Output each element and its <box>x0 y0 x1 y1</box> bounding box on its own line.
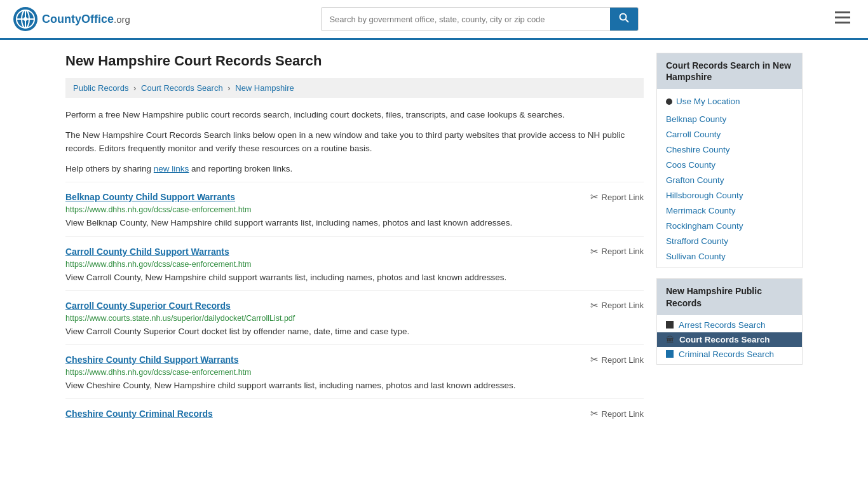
record-item: Carroll County Child Support Warrants ✂ … <box>65 236 644 290</box>
sidebar-county-strafford[interactable]: Strafford County <box>657 233 802 248</box>
report-icon: ✂ <box>590 408 599 419</box>
record-url[interactable]: https://www.dhhs.nh.gov/dcss/case-enforc… <box>65 260 644 269</box>
content-area: New Hampshire Court Records Search Publi… <box>65 53 644 428</box>
sidebar-criminal-records[interactable]: Criminal Records Search <box>657 347 802 362</box>
public-records-sidebar-box: New Hampshire Public Records Arrest Reco… <box>656 278 803 364</box>
report-icon: ✂ <box>590 354 599 365</box>
record-title-link[interactable]: Belknap County Child Support Warrants <box>65 192 235 202</box>
record-url[interactable]: https://www.dhhs.nh.gov/dcss/case-enforc… <box>65 368 644 377</box>
intro-paragraph-3: Help others by sharing new links and rep… <box>65 162 644 176</box>
record-title-link[interactable]: Cheshire County Criminal Records <box>65 409 213 419</box>
breadcrumb-public-records[interactable]: Public Records <box>73 83 128 93</box>
records-list: Belknap County Child Support Warrants ✂ … <box>65 182 644 428</box>
breadcrumb: Public Records › Court Records Search › … <box>65 78 644 98</box>
report-icon: ✂ <box>590 300 599 311</box>
sidebar-county-cheshire[interactable]: Cheshire County <box>657 142 802 157</box>
search-icon <box>619 13 629 23</box>
record-title-link[interactable]: Carroll County Superior Court Records <box>65 301 231 311</box>
record-desc: View Carroll County, New Hampshire child… <box>65 271 644 284</box>
sidebar-county-belknap[interactable]: Belknap County <box>657 111 802 126</box>
sidebar-arrest-records[interactable]: Arrest Records Search <box>657 318 802 332</box>
record-desc: View Carroll County Superior Court docke… <box>65 325 644 338</box>
sidebar-county-hillsborough[interactable]: Hillsborough County <box>657 187 802 203</box>
report-link[interactable]: ✂ Report Link <box>590 191 644 203</box>
logo-text: CountyOffice.org <box>42 13 130 26</box>
new-links-link[interactable]: new links <box>154 164 189 173</box>
record-item: Cheshire County Criminal Records ✂ Repor… <box>65 398 644 428</box>
arrest-records-icon <box>666 321 674 329</box>
record-desc: View Belknap County, New Hampshire child… <box>65 217 644 229</box>
use-location-link[interactable]: Use My Location <box>676 97 740 106</box>
breadcrumb-separator-1: › <box>133 83 136 93</box>
breadcrumb-court-records[interactable]: Court Records Search <box>141 83 223 93</box>
svg-rect-10 <box>835 22 850 24</box>
logo-area: CountyOffice.org <box>13 6 130 32</box>
svg-rect-9 <box>835 17 850 18</box>
sidebar-court-records-header: Court Records Search in New Hampshire <box>657 53 802 89</box>
record-desc: View Cheshire County, New Hampshire chil… <box>65 379 644 392</box>
search-button[interactable] <box>610 8 638 30</box>
svg-line-7 <box>626 20 629 23</box>
intro-paragraph-2: The New Hampshire Court Records Search l… <box>65 128 644 156</box>
sidebar: Court Records Search in New Hampshire Us… <box>656 53 803 428</box>
hamburger-icon <box>835 11 850 24</box>
sidebar-county-list: Use My Location Belknap County Carroll C… <box>657 89 802 268</box>
record-item: Carroll County Superior Court Records ✂ … <box>65 290 644 344</box>
sidebar-public-records-list: Arrest Records Search 🏛 Court Records Se… <box>657 315 802 364</box>
breadcrumb-separator-2: › <box>227 83 230 93</box>
report-icon: ✂ <box>590 246 599 257</box>
record-item: Belknap County Child Support Warrants ✂ … <box>65 182 644 236</box>
report-link[interactable]: ✂ Report Link <box>590 354 644 365</box>
record-url[interactable]: https://www.courts.state.nh.us/superior/… <box>65 314 644 323</box>
report-icon: ✂ <box>590 191 599 203</box>
sidebar-county-grafton[interactable]: Grafton County <box>657 172 802 187</box>
record-title-link[interactable]: Carroll County Child Support Warrants <box>65 247 229 257</box>
report-link[interactable]: ✂ Report Link <box>590 300 644 311</box>
report-link[interactable]: ✂ Report Link <box>590 408 644 419</box>
sidebar-county-merrimack[interactable]: Merrimack County <box>657 203 802 218</box>
search-bar <box>321 7 639 31</box>
location-dot-icon <box>666 98 672 105</box>
sidebar-county-carroll[interactable]: Carroll County <box>657 126 802 142</box>
breadcrumb-new-hampshire[interactable]: New Hampshire <box>235 83 294 93</box>
intro-paragraph-1: Perform a free New Hampshire public cour… <box>65 108 644 122</box>
hamburger-button[interactable] <box>830 8 855 30</box>
site-header: CountyOffice.org <box>0 0 868 40</box>
record-header: Carroll County Child Support Warrants ✂ … <box>65 246 644 257</box>
main-container: New Hampshire Court Records Search Publi… <box>53 40 815 441</box>
record-header: Cheshire County Criminal Records ✂ Repor… <box>65 408 644 419</box>
use-location-item[interactable]: Use My Location <box>657 93 802 111</box>
record-header: Belknap County Child Support Warrants ✂ … <box>65 191 644 203</box>
sidebar-county-rockingham[interactable]: Rockingham County <box>657 218 802 233</box>
court-records-icon: 🏛 <box>666 335 674 344</box>
record-title-link[interactable]: Cheshire County Child Support Warrants <box>65 355 239 365</box>
court-records-sidebar-box: Court Records Search in New Hampshire Us… <box>656 53 803 268</box>
sidebar-court-records-active[interactable]: 🏛 Court Records Search <box>657 332 802 347</box>
svg-point-6 <box>620 14 627 20</box>
criminal-records-icon <box>666 350 674 358</box>
record-url[interactable]: https://www.dhhs.nh.gov/dcss/case-enforc… <box>65 205 644 214</box>
search-input[interactable] <box>322 10 610 29</box>
record-header: Carroll County Superior Court Records ✂ … <box>65 300 644 311</box>
page-title: New Hampshire Court Records Search <box>65 53 644 69</box>
record-item: Cheshire County Child Support Warrants ✂… <box>65 344 644 398</box>
sidebar-public-records-header: New Hampshire Public Records <box>657 279 802 315</box>
record-header: Cheshire County Child Support Warrants ✂… <box>65 354 644 365</box>
report-link[interactable]: ✂ Report Link <box>590 246 644 257</box>
sidebar-county-sullivan[interactable]: Sullivan County <box>657 248 802 264</box>
svg-rect-8 <box>835 11 850 13</box>
svg-point-5 <box>24 17 27 21</box>
sidebar-county-coos[interactable]: Coos County <box>657 157 802 172</box>
logo-icon <box>13 6 38 32</box>
